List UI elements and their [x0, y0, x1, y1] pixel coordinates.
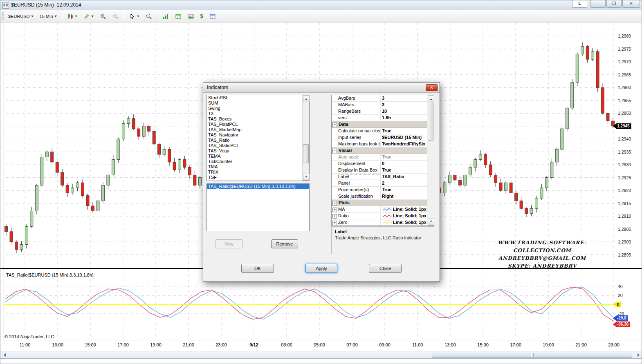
property-section-plots[interactable]: −Plots: [332, 200, 427, 206]
ok-button[interactable]: OK: [241, 264, 274, 273]
collapse-icon[interactable]: −: [332, 149, 337, 153]
maximize-button[interactable]: ❐: [606, 0, 622, 8]
property-value[interactable]: TAS_Ratio: [381, 174, 427, 180]
drawing-tools-button[interactable]: [81, 11, 96, 21]
scroll-down-button[interactable]: [303, 174, 310, 181]
expand-icon[interactable]: +: [332, 214, 337, 219]
indicator-list-item[interactable]: TickCounter: [207, 159, 302, 164]
apply-button[interactable]: Apply: [305, 264, 337, 273]
window-titlebar[interactable]: $EURUSD (15 Min) 12.09.2014 L – ❐ ✕: [0, 0, 642, 11]
property-row[interactable]: Auto scaleTrue: [332, 154, 427, 161]
close-button[interactable]: ✕: [622, 0, 640, 8]
account-data-button[interactable]: $: [198, 11, 206, 21]
minimize-button[interactable]: –: [590, 0, 606, 8]
property-value[interactable]: True: [381, 167, 427, 173]
expand-icon[interactable]: +: [332, 208, 337, 212]
dialog-close-button[interactable]: ✕: [426, 84, 438, 91]
property-value[interactable]: 10: [381, 108, 427, 114]
property-grid[interactable]: AvgBars3MABars3RangeBars10vers1.8h−DataC…: [331, 95, 434, 226]
indicator-list-item[interactable]: T3: [207, 111, 302, 116]
scrollbar-thumb[interactable]: [303, 144, 309, 163]
property-value[interactable]: Line; Solid; 1px: [381, 219, 427, 226]
indicator-list-item[interactable]: TMA: [207, 164, 302, 170]
indicator-list-item[interactable]: TAS_Boxes: [207, 116, 302, 122]
cursor-mode-button[interactable]: [127, 11, 142, 21]
indicator-list-item[interactable]: TAS_StaticPCL: [207, 143, 302, 148]
market-analyzer-button[interactable]: [173, 11, 184, 21]
property-value[interactable]: Line; Solid; 1px: [381, 206, 427, 212]
property-row[interactable]: +RatioLine; Solid; 1px: [332, 213, 427, 219]
property-grid-scrollbar[interactable]: [427, 95, 434, 226]
dialog-close-action-button[interactable]: Close: [369, 264, 402, 273]
property-section-visual[interactable]: −Visual: [332, 147, 427, 154]
scroll-up-button[interactable]: [303, 95, 310, 102]
property-row[interactable]: Scale justificationRight: [332, 193, 427, 200]
property-value[interactable]: $EURUSD (15 Min): [381, 134, 427, 141]
property-value[interactable]: True: [381, 154, 427, 160]
scroll-right-button[interactable]: [636, 352, 642, 358]
property-value[interactable]: 1.8h: [381, 115, 427, 121]
property-row[interactable]: Maximum bars look bTwoHundredFiftySix: [332, 141, 427, 147]
indicator-list-item[interactable]: TEMA: [207, 154, 302, 159]
selected-indicator-item[interactable]: TAS_Ratio($EURUSD (15 Min),3,3,10,1.8h): [207, 184, 309, 189]
property-value[interactable]: TwoHundredFiftySix: [381, 141, 427, 147]
link-button[interactable]: L: [572, 0, 587, 8]
available-indicators-list[interactable]: StochRSISUMSwingT3TAS_BoxesTAS_FloatPCLT…: [207, 95, 310, 181]
property-value[interactable]: True: [381, 128, 427, 134]
indicator-list-item[interactable]: TSF: [207, 175, 302, 180]
list-scrollbar[interactable]: [302, 95, 309, 181]
indicators-button[interactable]: [160, 11, 171, 21]
expand-icon[interactable]: +: [332, 221, 337, 225]
remove-button[interactable]: Remove: [271, 239, 298, 248]
interval-selector[interactable]: 15 Min: [37, 11, 59, 21]
property-row[interactable]: Calculate on bar closTrue: [332, 128, 427, 134]
magnifier-button[interactable]: [143, 11, 155, 21]
property-row[interactable]: Panel2: [332, 180, 427, 187]
property-value[interactable]: 3: [381, 102, 427, 108]
property-row[interactable]: RangeBars10: [332, 108, 427, 115]
indicator-list-item[interactable]: TAS_Navigator: [207, 132, 302, 138]
chart-style-button[interactable]: [65, 11, 80, 21]
indicator-list-item[interactable]: SUM: [207, 100, 302, 106]
property-value[interactable]: True: [381, 187, 427, 193]
property-section-data[interactable]: −Data: [332, 121, 427, 128]
property-row[interactable]: +ZeroLine; Solid; 1px: [332, 219, 427, 226]
indicator-list-item[interactable]: TAS_Vega: [207, 148, 302, 154]
new-button[interactable]: New: [215, 239, 242, 248]
scrollbar-thumb[interactable]: [428, 102, 433, 141]
collapse-icon[interactable]: −: [332, 123, 337, 127]
property-row[interactable]: Price marker(s)True: [332, 187, 427, 193]
property-value[interactable]: 0: [381, 161, 427, 167]
snapshot-button[interactable]: [185, 11, 197, 21]
horizontal-scrollbar[interactable]: [0, 351, 642, 359]
indicator-list-item[interactable]: TAS_Ratio: [207, 138, 302, 143]
collapse-icon[interactable]: −: [332, 201, 337, 205]
property-row[interactable]: LabelTAS_Ratio: [332, 174, 427, 180]
zoom-out-button[interactable]: [110, 11, 121, 21]
scroll-up-button[interactable]: [428, 95, 434, 102]
toolbar-grip[interactable]: [2, 12, 4, 20]
indicator-list-item[interactable]: TAS_MarketMap: [207, 127, 302, 132]
property-value[interactable]: 2: [381, 180, 427, 186]
time-axis[interactable]: 11:0013:0015:0017:0019:0021:0023:009/120…: [0, 340, 642, 350]
dialog-titlebar[interactable]: Indicators ✕: [203, 83, 440, 93]
zoom-in-button[interactable]: [97, 11, 109, 21]
property-value[interactable]: Right: [381, 193, 427, 199]
instrument-selector[interactable]: $EURUSD: [6, 11, 36, 21]
property-row[interactable]: MABars3: [332, 102, 427, 108]
scroll-left-button[interactable]: [0, 352, 7, 358]
property-row[interactable]: Displacement0: [332, 161, 427, 167]
property-value[interactable]: 3: [381, 95, 427, 101]
data-grid-button[interactable]: [207, 11, 218, 21]
property-row[interactable]: Input series$EURUSD (15 Min): [332, 134, 427, 141]
property-row[interactable]: +MALine; Solid; 1px: [332, 206, 427, 213]
property-value[interactable]: Line; Solid; 1px: [381, 213, 427, 219]
selected-indicators-list[interactable]: TAS_Ratio($EURUSD (15 Min),3,3,10,1.8h): [207, 183, 310, 231]
scrollbar-thumb[interactable]: [432, 352, 632, 358]
property-row[interactable]: AvgBars3: [332, 95, 427, 102]
indicator-list-item[interactable]: StochRSI: [207, 95, 302, 100]
scroll-down-button[interactable]: [428, 219, 434, 226]
indicator-list-item[interactable]: TAS_FloatPCL: [207, 122, 302, 127]
property-row[interactable]: Display in Data BoxTrue: [332, 167, 427, 174]
indicator-list-item[interactable]: TRIX: [207, 170, 302, 175]
